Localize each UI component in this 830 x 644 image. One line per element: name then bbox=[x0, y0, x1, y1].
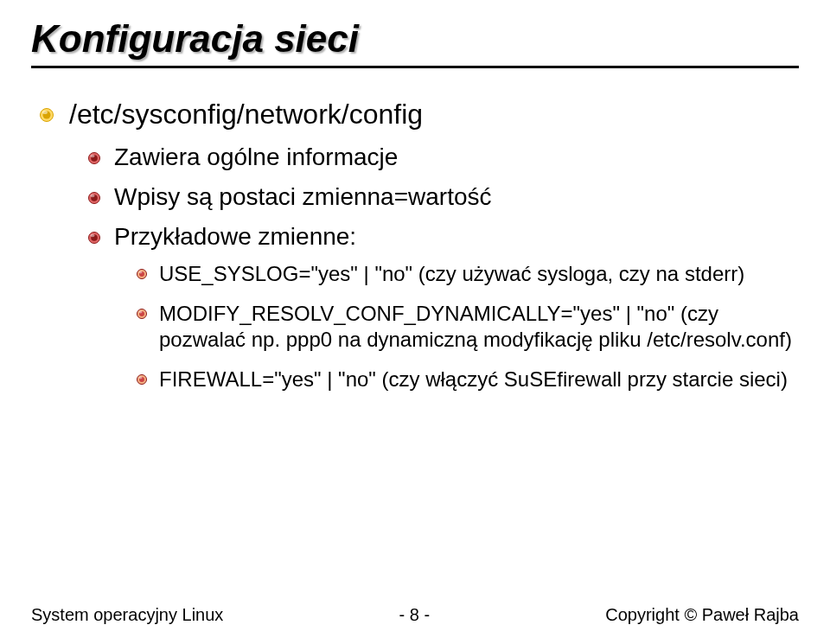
list-item: USE_SYSLOG="yes" | "no" (czy używać sysl… bbox=[137, 261, 799, 287]
example-text: USE_SYSLOG="yes" | "no" (czy używać sysl… bbox=[159, 261, 744, 287]
level3-list: USE_SYSLOG="yes" | "no" (czy używać sysl… bbox=[88, 261, 799, 392]
bullet-icon bbox=[88, 232, 100, 244]
bullet-icon bbox=[137, 374, 147, 385]
section-heading: /etc/sysconfig/network/config bbox=[69, 98, 423, 131]
bullet-icon bbox=[137, 269, 147, 279]
section-heading-row: /etc/sysconfig/network/config bbox=[40, 98, 799, 131]
svg-point-20 bbox=[139, 377, 143, 379]
svg-point-17 bbox=[139, 311, 143, 314]
example-text: FIREWALL="yes" | "no" (czy włączyć SuSEf… bbox=[159, 367, 788, 392]
bullet-icon bbox=[88, 152, 100, 164]
bullet-icon bbox=[88, 192, 100, 204]
bullet-icon bbox=[137, 309, 147, 319]
list-item: MODIFY_RESOLV_CONF_DYNAMICALLY="yes" | "… bbox=[137, 301, 799, 353]
list-item: FIREWALL="yes" | "no" (czy włączyć SuSEf… bbox=[137, 367, 799, 392]
list-item: Zawiera ogólne informacje bbox=[88, 143, 799, 172]
list-item: Wpisy są postaci zmienna=wartość bbox=[88, 182, 799, 212]
example-text: MODIFY_RESOLV_CONF_DYNAMICALLY="yes" | "… bbox=[159, 301, 799, 353]
svg-point-11 bbox=[91, 233, 95, 236]
svg-point-5 bbox=[91, 155, 95, 157]
title-underline bbox=[31, 66, 799, 68]
svg-point-2 bbox=[42, 111, 48, 114]
slide: Konfiguracja sieci /etc/sysconfig/networ… bbox=[0, 0, 830, 644]
slide-title: Konfiguracja sieci bbox=[31, 17, 799, 61]
content-area: /etc/sysconfig/network/config Zawiera og… bbox=[31, 98, 799, 392]
footer: System operacyjny Linux - 8 - Copyright … bbox=[0, 605, 830, 625]
item-text: Przykładowe zmienne: bbox=[114, 222, 356, 252]
list-item: Przykładowe zmienne: bbox=[88, 222, 799, 252]
footer-page-number: - 8 - bbox=[399, 605, 431, 625]
level2-list: Zawiera ogólne informacje Wpisy są posta… bbox=[40, 143, 799, 392]
svg-point-8 bbox=[91, 194, 95, 197]
item-text: Wpisy są postaci zmienna=wartość bbox=[114, 182, 492, 212]
svg-point-14 bbox=[139, 271, 143, 274]
footer-copyright: Copyright © Paweł Rajba bbox=[605, 605, 799, 625]
footer-left: System operacyjny Linux bbox=[31, 605, 223, 625]
item-text: Zawiera ogólne informacje bbox=[114, 143, 398, 172]
bullet-icon bbox=[40, 108, 54, 122]
